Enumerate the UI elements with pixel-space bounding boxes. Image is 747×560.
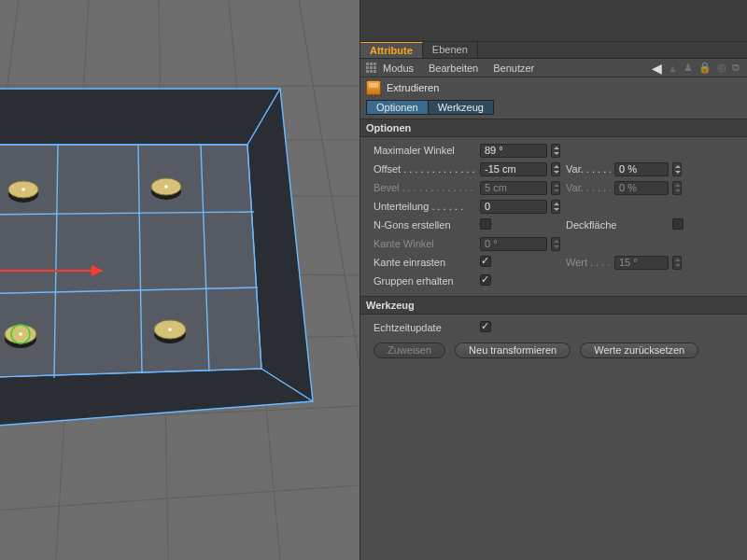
nav-up-icon[interactable]: ▲ <box>668 63 678 74</box>
spin-kante-winkel <box>551 237 560 251</box>
check-ngons[interactable] <box>480 218 491 230</box>
check-echtzeit[interactable] <box>480 321 491 332</box>
spin-max-winkel[interactable] <box>551 144 560 158</box>
section-werkzeug: Werkzeug <box>360 296 747 315</box>
attribute-panel: Attribute Ebenen Modus Bearbeiten Benutz… <box>359 0 747 560</box>
label-bevel: Bevel <box>374 182 476 193</box>
check-deckflaeche[interactable] <box>672 218 684 230</box>
panel-tabstrip: Attribute Ebenen <box>360 42 747 59</box>
btn-neu-transformieren[interactable]: Neu transformieren <box>455 343 571 358</box>
label-ngons: N-Gons erstellen <box>374 219 476 231</box>
svg-marker-16 <box>0 145 261 378</box>
spin-bevel-var <box>672 181 682 195</box>
svg-line-11 <box>299 0 359 560</box>
spin-wert <box>672 256 682 270</box>
panel-top-area <box>360 0 747 42</box>
tab-ebenen[interactable]: Ebenen <box>423 42 478 58</box>
tab-attribute[interactable]: Attribute <box>360 42 423 58</box>
label-wert: Wert <box>566 257 611 268</box>
field-unterteilung[interactable]: 0 <box>480 200 547 214</box>
optionen-fields: Maximaler Winkel 89 ° Offset -15 cm Var.… <box>360 137 747 296</box>
grid-icon[interactable] <box>366 63 377 74</box>
field-offset[interactable]: -15 cm <box>480 162 547 176</box>
svg-marker-12 <box>0 89 280 145</box>
svg-marker-14 <box>0 369 313 429</box>
btn-zuweisen: Zuweisen <box>374 343 445 358</box>
menu-bearbeiten[interactable]: Bearbeiten <box>429 63 478 74</box>
field-kante-winkel: 0 ° <box>480 237 547 251</box>
menu-modus[interactable]: Modus <box>383 63 414 74</box>
attribute-menubar: Modus Bearbeiten Benutzer ◀ ▲ ♟ 🔒 ◎ ⧉ <box>360 59 747 77</box>
subtab-row: Optionen Werkzeug <box>360 98 747 119</box>
label-kante-winkel: Kante Winkel <box>374 238 476 249</box>
field-offset-var[interactable]: 0 % <box>614 162 669 176</box>
svg-rect-40 <box>169 329 172 331</box>
label-offset-var: Var. <box>566 163 611 175</box>
label-echtzeit: Echtzeitupdate <box>374 322 476 333</box>
nav-back-icon[interactable]: ◀ <box>652 61 662 76</box>
viewport-canvas <box>0 0 359 560</box>
svg-rect-37 <box>20 333 22 336</box>
svg-rect-30 <box>22 189 25 191</box>
check-gruppen[interactable] <box>480 274 491 286</box>
check-kante-einrasten[interactable] <box>480 256 491 267</box>
user-icon[interactable]: ♟ <box>684 62 693 74</box>
spin-offset-var[interactable] <box>672 162 682 176</box>
werkzeug-buttons: Zuweisen Neu transformieren Werte zurück… <box>360 339 747 364</box>
cylinder <box>8 181 38 203</box>
label-gruppen: Gruppen erhalten <box>374 275 476 287</box>
spin-unterteilung[interactable] <box>551 200 560 214</box>
field-max-winkel[interactable]: 89 ° <box>480 144 547 158</box>
cylinder <box>154 320 186 343</box>
spin-bevel <box>551 181 560 195</box>
subtab-werkzeug[interactable]: Werkzeug <box>428 100 494 115</box>
label-bevel-var: Var. <box>566 182 611 193</box>
extrude-icon <box>366 80 381 95</box>
werkzeug-fields: Echtzeitupdate <box>360 315 747 339</box>
section-optionen: Optionen <box>360 119 747 137</box>
tool-header: Extrudieren <box>360 77 747 98</box>
field-bevel: 5 cm <box>480 181 547 195</box>
cylinder <box>151 178 181 200</box>
svg-rect-33 <box>165 186 168 189</box>
tool-name: Extrudieren <box>387 82 439 93</box>
label-max-winkel: Maximaler Winkel <box>374 145 476 156</box>
label-offset: Offset <box>374 163 476 175</box>
label-unterteilung: Unterteilung <box>374 201 476 212</box>
btn-werte-zuruecksetzen[interactable]: Werte zurücksetzen <box>580 343 698 358</box>
field-bevel-var: 0 % <box>614 181 669 195</box>
lock-icon[interactable]: 🔒 <box>698 62 712 74</box>
viewport-3d[interactable] <box>0 0 359 560</box>
subtab-optionen[interactable]: Optionen <box>366 100 428 115</box>
target-icon[interactable]: ◎ <box>717 62 726 74</box>
cylinder <box>5 325 36 348</box>
menu-benutzer[interactable]: Benutzer <box>493 63 534 74</box>
svg-line-6 <box>0 485 359 513</box>
label-deckflaeche: Deckfläche <box>566 219 669 231</box>
field-wert: 15 ° <box>614 256 669 270</box>
new-window-icon[interactable]: ⧉ <box>732 62 740 74</box>
spin-offset[interactable] <box>551 162 560 176</box>
label-kante-einrasten: Kante einrasten <box>374 257 476 268</box>
